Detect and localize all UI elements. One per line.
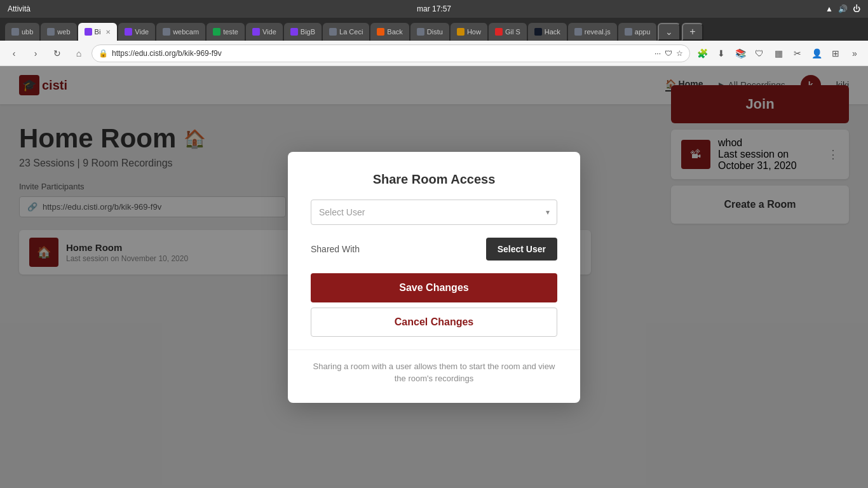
browser-chrome: ubb web Bi ✕ Vide webcam teste Vide [0, 18, 868, 66]
tab-teste[interactable]: teste [207, 23, 245, 41]
tab-favicon [417, 28, 424, 36]
ublock-icon[interactable]: 🛡 [751, 45, 768, 62]
tab-web[interactable]: web [41, 23, 76, 41]
tab-favicon [329, 28, 337, 36]
tab-active[interactable]: Bi ✕ [78, 23, 118, 41]
back-button[interactable]: ‹ [5, 44, 23, 62]
tab-ubb[interactable]: ubb [5, 23, 39, 41]
tab-appu[interactable]: appu [618, 23, 656, 41]
os-time: mar 17:57 [417, 4, 451, 13]
tab-how[interactable]: How [451, 23, 487, 41]
tab-label: How [467, 28, 481, 36]
tab-label: Back [387, 28, 402, 36]
select-user-wrapper: Select User ▾ [311, 200, 557, 225]
save-changes-button[interactable]: Save Changes [311, 273, 557, 302]
tab-label: Bi [95, 28, 101, 36]
tab-hack[interactable]: Hack [528, 23, 567, 41]
url-more-icon: ··· [654, 49, 661, 58]
tab-favicon [125, 28, 132, 36]
shared-with-label: Shared With [311, 244, 360, 254]
os-bar: Attività mar 17:57 ▲ 🔊 ⏻ [0, 0, 868, 18]
tab-favicon [534, 28, 542, 36]
nav-bar: ‹ › ↻ ⌂ 🔒 https://edu.cisti.org/b/kik-96… [0, 41, 868, 66]
select-user-dropdown[interactable]: Select User [311, 200, 557, 225]
account-icon[interactable]: 👤 [808, 45, 825, 62]
tab-favicon [252, 28, 260, 36]
tab-distu[interactable]: Distu [410, 23, 449, 41]
forward-button[interactable]: › [27, 44, 44, 62]
wifi-icon: ▲ [825, 4, 833, 13]
grid-icon[interactable]: ⊞ [827, 45, 844, 62]
tab-label: teste [223, 28, 238, 36]
power-icon: ⏻ [853, 4, 860, 13]
url-text: https://edu.cisti.org/b/kik-969-f9v [112, 49, 651, 58]
tab-label: Vide [135, 28, 149, 36]
os-system-icons: ▲ 🔊 ⏻ [825, 4, 860, 13]
share-room-modal: Share Room Access Select User ▾ Shared W… [288, 152, 580, 403]
modal-overlay: Share Room Access Select User ▾ Shared W… [0, 66, 868, 488]
tab-label: webcam [173, 28, 199, 36]
home-button[interactable]: ⌂ [70, 44, 88, 62]
browser-toolbar-icons: 🧩 ⬇ 📚 🛡 ▦ ✂ 👤 ⊞ » [694, 45, 863, 62]
tab-label: Vide [262, 28, 276, 36]
tab-revealjs[interactable]: reveal.js [568, 23, 617, 41]
bookmarks-icon[interactable]: 📚 [732, 45, 749, 62]
reload-button[interactable]: ↻ [48, 44, 66, 62]
more-tabs-button[interactable]: ⌄ [658, 23, 681, 41]
tab-vide2[interactable]: Vide [246, 23, 283, 41]
tab-webcam[interactable]: webcam [156, 23, 205, 41]
os-activity-label: Attività [8, 4, 31, 13]
url-bar[interactable]: 🔒 https://edu.cisti.org/b/kik-969-f9v ··… [92, 44, 690, 62]
download-icon[interactable]: ⬇ [713, 45, 729, 62]
tab-vide1[interactable]: Vide [118, 23, 155, 41]
sound-icon: 🔊 [838, 4, 848, 13]
tab-favicon [11, 28, 19, 36]
tab-favicon [85, 28, 92, 36]
tab-favicon [574, 28, 582, 36]
tab-bigb[interactable]: BigB [284, 23, 322, 41]
tab-back[interactable]: Back [370, 23, 409, 41]
tab-favicon [377, 28, 384, 36]
tab-favicon [457, 28, 465, 36]
cancel-changes-button[interactable]: Cancel Changes [311, 308, 557, 337]
shared-with-row: Shared With Select User [311, 238, 557, 261]
tab-label: Distu [427, 28, 443, 36]
tab-close-icon[interactable]: ✕ [105, 29, 111, 36]
extensions-icon[interactable]: 🧩 [694, 45, 710, 62]
tab-laceci[interactable]: La Ceci [323, 23, 369, 41]
sidebar-icon[interactable]: ▦ [770, 45, 787, 62]
star-icon: ☆ [676, 49, 683, 58]
page: 🎓 cisti 🏠 Home ▶ All Recordings k kiki H… [0, 66, 868, 488]
more-tools-icon[interactable]: » [846, 45, 863, 62]
tab-favicon [290, 28, 298, 36]
shield-icon: 🛡 [665, 49, 672, 58]
screenshot-icon[interactable]: ✂ [789, 45, 806, 62]
tab-favicon [47, 28, 55, 36]
tab-bar: ubb web Bi ✕ Vide webcam teste Vide [0, 18, 868, 41]
select-user-button[interactable]: Select User [486, 238, 557, 261]
tab-label: appu [635, 28, 650, 36]
tab-label: reveal.js [585, 28, 611, 36]
modal-divider [288, 349, 580, 350]
tab-label: Gil S [505, 28, 520, 36]
tab-gils[interactable]: Gil S [489, 23, 527, 41]
tab-favicon [495, 28, 503, 36]
lock-icon: 🔒 [98, 49, 108, 58]
tab-favicon [213, 28, 220, 36]
new-tab-button[interactable]: + [682, 23, 703, 41]
tab-label: ubb [22, 28, 33, 36]
tab-favicon [163, 28, 170, 36]
tab-label: BigB [301, 28, 315, 36]
tab-label: La Ceci [339, 28, 363, 36]
tab-favicon [625, 28, 632, 36]
modal-title: Share Room Access [311, 172, 557, 187]
modal-footer-text: Sharing a room with a user allows them t… [311, 360, 557, 385]
tab-label: Hack [545, 28, 560, 36]
tab-label: web [57, 28, 70, 36]
